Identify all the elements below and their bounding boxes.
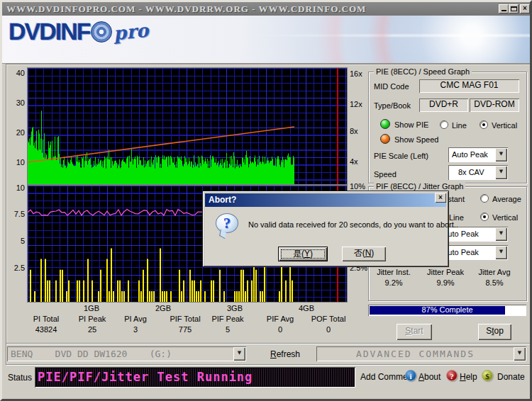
stat-pi-peak-value: 25 xyxy=(67,325,117,334)
abort-dialog: Abort? × ? No valid data received for 20… xyxy=(202,191,449,267)
close-icon: × xyxy=(438,193,443,201)
pie-scale-value: Auto Peak xyxy=(452,150,488,159)
chevron-down-icon[interactable]: ▼ xyxy=(495,227,507,241)
type-book-label: Type/Book xyxy=(374,101,411,110)
logo-text: DVDINF xyxy=(9,18,90,45)
pie-speed-graph xyxy=(27,67,348,185)
status-led-text: PIE/PIF/Jitter Test Running xyxy=(38,370,253,384)
pif-average-radio[interactable] xyxy=(480,194,489,203)
speed-ytick-16x: 16x xyxy=(350,69,362,78)
speed-label: Speed xyxy=(374,170,397,179)
no-button[interactable]: 否(N) xyxy=(342,247,386,261)
stat-pif-avg-value: 0 xyxy=(255,325,305,334)
pie-scale-dropdown[interactable]: Auto Peak ▼ xyxy=(448,147,508,162)
question-icon: ? xyxy=(216,213,238,233)
disc-icon xyxy=(91,21,112,43)
show-pie-led[interactable] xyxy=(380,119,390,129)
pif-jitter-group-title: PIF (8ECC) / Jitter Graph xyxy=(374,182,465,191)
show-speed-label: Show Speed xyxy=(394,135,438,144)
jitter-scale-dropdown[interactable]: Auto Peak ▼ xyxy=(439,245,508,260)
dollar-icon[interactable]: $ xyxy=(482,370,493,381)
pie-ytick-10: 10 xyxy=(6,158,25,166)
progress-text: 87% Complete xyxy=(368,305,526,314)
jitter-inst-label: Jitter Inst. xyxy=(371,268,416,276)
abort-dialog-titlebar[interactable]: Abort? xyxy=(205,193,446,207)
close-button[interactable]: × xyxy=(520,4,530,13)
disc-end-marker xyxy=(337,68,338,184)
divider xyxy=(6,343,530,344)
abort-dialog-close-button[interactable]: × xyxy=(435,193,446,203)
status-label: Status xyxy=(8,373,32,383)
refresh-link[interactable]: Refresh xyxy=(270,349,300,359)
stat-pif-avg-label: PIF Avg xyxy=(255,315,305,323)
jitter-peak-label: Jitter Peak xyxy=(423,268,468,276)
xtick-3gb: 3GB xyxy=(221,304,249,312)
speed-ytick-4x: 4x xyxy=(350,157,358,166)
pie-ytick-30: 30 xyxy=(6,98,25,107)
start-button[interactable]: Start xyxy=(397,324,432,340)
pif-ytick-2-5: 2.5 xyxy=(6,264,25,272)
logo-suffix: pro xyxy=(112,19,149,44)
pie-scale-label: PIE Scale (Left) xyxy=(374,152,428,160)
mid-code-field: CMC MAG F01 xyxy=(419,79,519,93)
pie-graph-canvas xyxy=(28,68,347,184)
advanced-commands-selector[interactable]: ADVANCED COMMANDS ▼ xyxy=(316,346,526,361)
window-titlebar[interactable]: WWW.DVDINFOPRO.COM - WWW.DVDRRW.ORG - WW… xyxy=(2,2,530,16)
jitter-ytick-10pct: 10% xyxy=(350,182,365,191)
app-window: WWW.DVDINFOPRO.COM - WWW.DVDRRW.ORG - WW… xyxy=(0,0,532,401)
chevron-down-icon[interactable]: ▼ xyxy=(495,148,507,162)
divider xyxy=(6,364,530,366)
pif-average-label: Average xyxy=(492,195,521,203)
disc-type-field: DVD+R xyxy=(419,98,468,112)
window-title: WWW.DVDINFOPRO.COM - WWW.DVDRRW.ORG - WW… xyxy=(2,2,530,16)
jitter-inst-value: 9.2% xyxy=(371,278,416,287)
stat-pof-total-value: 0 xyxy=(304,325,353,334)
pif-ytick-5: 5 xyxy=(6,237,25,245)
pie-vertical-label: Vertical xyxy=(492,121,517,130)
speed-ytick-12x: 12x xyxy=(350,100,362,108)
mid-code-label: MID Code xyxy=(374,82,409,91)
maximize-icon xyxy=(511,6,517,11)
jitter-peak-value: 9.9% xyxy=(423,278,468,287)
show-speed-led[interactable] xyxy=(380,134,390,144)
pie-ytick-20: 20 xyxy=(6,128,25,137)
pif-scale-dropdown[interactable]: Auto Peak ▼ xyxy=(439,227,508,242)
pie-line-label: Line xyxy=(452,121,467,130)
speed-ytick-8x: 8x xyxy=(350,127,358,135)
help-link[interactable]: Help xyxy=(460,372,477,382)
pif-ytick-10: 10 xyxy=(6,183,25,192)
info-icon[interactable]: i xyxy=(405,370,416,381)
xtick-1gb: 1GB xyxy=(77,304,106,312)
help-icon[interactable]: ? xyxy=(446,370,458,381)
yes-button[interactable]: 是(Y) xyxy=(278,247,328,261)
minimize-button[interactable] xyxy=(499,4,509,13)
advanced-commands-label: ADVANCED COMMANDS xyxy=(316,349,514,359)
stat-pof-total-label: POF Total xyxy=(304,315,353,323)
pif-ytick-7-5: 7.5 xyxy=(6,210,25,218)
xtick-4gb: 4GB xyxy=(292,304,321,312)
pie-line-radio[interactable] xyxy=(440,120,448,129)
stat-pif-peak-label: PIF Peak xyxy=(203,315,253,323)
about-link[interactable]: About xyxy=(419,372,440,382)
drive-selector[interactable]: BENQ DVD DD DW1620 (G:) ▼ xyxy=(7,346,246,361)
donate-link[interactable]: Donate xyxy=(497,372,525,382)
pie-ytick-40: 40 xyxy=(6,69,25,77)
status-led-display: PIE/PIF/Jitter Test Running xyxy=(35,367,355,388)
stop-button[interactable]: Stop xyxy=(478,324,511,340)
chevron-down-icon[interactable]: ▼ xyxy=(495,166,507,179)
pie-vertical-radio[interactable] xyxy=(480,120,488,129)
chevron-down-icon[interactable]: ▼ xyxy=(233,347,245,361)
pie-speed-group-title: PIE (8ECC) / Speed Graph xyxy=(374,67,472,76)
stat-pi-avg-value: 3 xyxy=(111,325,160,334)
jitter-vertical-radio[interactable] xyxy=(480,213,489,221)
book-type-field: DVD-ROM xyxy=(470,98,519,112)
app-logo: DVDINFpro xyxy=(9,18,148,45)
progress-bar: 87% Complete xyxy=(368,305,526,316)
jitter-avg-value: 8.5% xyxy=(472,278,517,287)
jitter-vertical-label: Vertical xyxy=(492,213,518,222)
abort-dialog-title: Abort? xyxy=(205,193,446,207)
chevron-down-icon[interactable]: ▼ xyxy=(514,347,526,361)
maximize-button[interactable] xyxy=(509,4,519,13)
speed-dropdown[interactable]: 8x CAV ▼ xyxy=(448,165,508,180)
chevron-down-icon[interactable]: ▼ xyxy=(495,246,507,259)
